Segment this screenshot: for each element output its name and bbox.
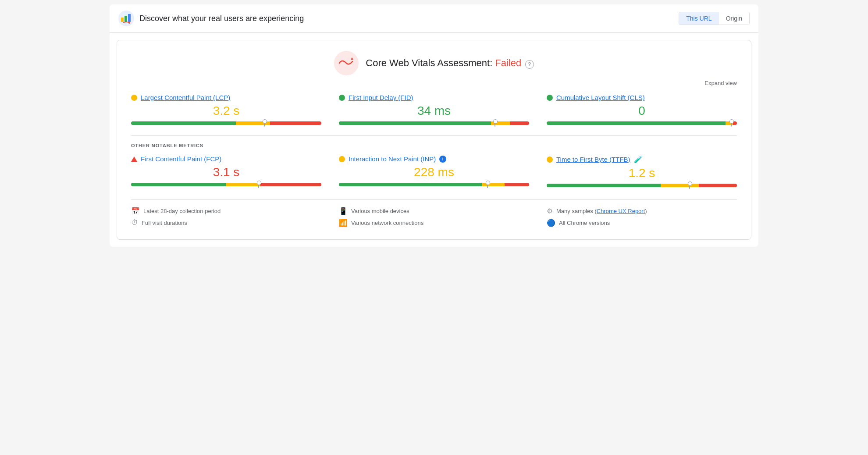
status-dot xyxy=(547,95,553,101)
calendar-icon: 📅 xyxy=(131,207,140,215)
metric-name-ttfb[interactable]: Time to First Byte (TTFB) xyxy=(556,156,630,163)
wifi-icon: 📶 xyxy=(339,219,348,227)
url-origin-toggle[interactable]: This URL Origin xyxy=(679,12,750,25)
bar-red xyxy=(505,183,529,186)
bar-marker xyxy=(258,181,259,188)
bar-marker xyxy=(264,120,265,127)
footer-item-network: 📶 Various network connections xyxy=(339,219,529,227)
bar-track-ttfb xyxy=(547,184,737,187)
bar-green xyxy=(547,184,661,187)
assessment-icon xyxy=(334,51,359,75)
metric-name-lcp[interactable]: Largest Contentful Paint (LCP) xyxy=(141,94,230,101)
progress-bar-fid xyxy=(339,121,529,125)
main-container: Discover what your real users are experi… xyxy=(110,4,758,247)
svg-rect-2 xyxy=(125,16,127,22)
timer-icon: ⏱ xyxy=(131,219,138,227)
bar-track-inp xyxy=(339,183,529,186)
expand-view: Expand view xyxy=(131,79,737,87)
metric-fcp: First Contentful Paint (FCP) 3.1 s xyxy=(131,155,321,187)
footer-network-text: Various network connections xyxy=(351,220,423,226)
origin-button[interactable]: Origin xyxy=(719,12,749,25)
footer-item-devices: 📱 Various mobile devices xyxy=(339,207,529,215)
bar-marker xyxy=(731,120,732,127)
metric-label-ttfb: Time to First Byte (TTFB) 🧪 xyxy=(547,155,737,164)
failed-icon xyxy=(338,57,354,69)
assessment-header: Core Web Vitals Assessment: Failed ? xyxy=(131,51,737,75)
footer-item-duration: ⏱ Full visit durations xyxy=(131,219,321,227)
other-metrics-label: OTHER NOTABLE METRICS xyxy=(131,143,737,148)
footer-info: 📅 Latest 28-day collection period ⏱ Full… xyxy=(131,199,737,227)
header-left: Discover what your real users are experi… xyxy=(118,11,304,26)
crux-link[interactable]: Chrome UX Report xyxy=(597,208,645,214)
red-triangle-icon xyxy=(131,156,137,162)
core-metrics-grid: Largest Contentful Paint (LCP) 3.2 s Fir… xyxy=(131,94,737,125)
footer-item-chrome: 🔵 All Chrome versions xyxy=(547,219,737,227)
devices-icon: 📱 xyxy=(339,207,348,215)
footer-devices-text: Various mobile devices xyxy=(351,208,409,214)
metric-value-lcp: 3.2 s xyxy=(131,104,321,118)
bar-red xyxy=(270,121,321,125)
footer-collection-text: Latest 28-day collection period xyxy=(143,208,221,214)
metric-label-cls: Cumulative Layout Shift (CLS) xyxy=(547,94,737,101)
metric-label-fcp: First Contentful Paint (FCP) xyxy=(131,155,321,163)
metric-value-cls: 0 xyxy=(547,104,737,118)
logo-icon xyxy=(118,11,134,26)
bar-red xyxy=(260,183,321,186)
assessment-title: Core Web Vitals Assessment: Failed ? xyxy=(366,57,534,69)
assessment-help-icon[interactable]: ? xyxy=(525,60,534,69)
metric-name-inp[interactable]: Interaction to Next Paint (INP) xyxy=(349,155,436,163)
svg-marker-5 xyxy=(351,57,353,60)
info-icon[interactable]: i xyxy=(439,156,446,163)
bar-track-fid xyxy=(339,121,529,125)
expand-view-button[interactable]: Expand view xyxy=(704,80,737,86)
bar-green xyxy=(131,183,226,186)
this-url-button[interactable]: This URL xyxy=(679,12,719,25)
main-card: Core Web Vitals Assessment: Failed ? Exp… xyxy=(117,40,751,240)
footer-col2: 📱 Various mobile devices 📶 Various netwo… xyxy=(339,207,529,227)
footer-samples-text: Many samples (Chrome UX Report) xyxy=(556,208,647,214)
bar-track-lcp xyxy=(131,121,321,125)
bar-red xyxy=(510,121,529,125)
header-title: Discover what your real users are experi… xyxy=(139,14,304,23)
bar-marker xyxy=(689,182,690,189)
metric-label-lcp: Largest Contentful Paint (LCP) xyxy=(131,94,321,101)
bar-orange xyxy=(661,184,699,187)
bar-orange xyxy=(226,183,260,186)
other-metrics-grid: First Contentful Paint (FCP) 3.1 s Inter… xyxy=(131,155,737,187)
metric-value-fcp: 3.1 s xyxy=(131,165,321,179)
footer-chrome-text: All Chrome versions xyxy=(559,220,610,226)
progress-bar-lcp xyxy=(131,121,321,125)
scatter-icon: ⚙ xyxy=(547,207,553,215)
status-dot xyxy=(339,156,345,162)
bar-red xyxy=(699,184,737,187)
metric-ttfb: Time to First Byte (TTFB) 🧪 1.2 s xyxy=(547,155,737,187)
svg-rect-3 xyxy=(128,14,131,22)
bar-track-cls xyxy=(547,121,737,125)
metric-lcp: Largest Contentful Paint (LCP) 3.2 s xyxy=(131,94,321,125)
bar-track-fcp xyxy=(131,183,321,186)
progress-bar-cls xyxy=(547,121,737,125)
metric-value-fid: 34 ms xyxy=(339,104,529,118)
metric-name-fcp[interactable]: First Contentful Paint (FCP) xyxy=(141,155,221,163)
metric-name-cls[interactable]: Cumulative Layout Shift (CLS) xyxy=(556,94,645,101)
footer-item-collection: 📅 Latest 28-day collection period xyxy=(131,207,321,215)
progress-bar-inp xyxy=(339,183,529,186)
footer-item-samples: ⚙ Many samples (Chrome UX Report) xyxy=(547,207,737,215)
status-dot xyxy=(339,95,345,101)
status-dot xyxy=(547,156,553,163)
progress-bar-ttfb xyxy=(547,184,737,187)
footer-col3: ⚙ Many samples (Chrome UX Report) 🔵 All … xyxy=(547,207,737,227)
bar-green xyxy=(547,121,726,125)
lab-icon: 🧪 xyxy=(634,155,643,164)
metric-inp: Interaction to Next Paint (INP) i 228 ms xyxy=(339,155,529,187)
metric-value-inp: 228 ms xyxy=(339,165,529,179)
section-divider xyxy=(131,135,737,136)
bar-marker xyxy=(487,181,488,188)
metric-label-inp: Interaction to Next Paint (INP) i xyxy=(339,155,529,163)
bar-marker xyxy=(494,120,495,127)
bar-orange xyxy=(482,183,505,186)
metric-name-fid[interactable]: First Input Delay (FID) xyxy=(349,94,413,101)
status-dot xyxy=(131,95,137,101)
chrome-icon: 🔵 xyxy=(547,219,555,227)
header: Discover what your real users are experi… xyxy=(110,4,758,33)
